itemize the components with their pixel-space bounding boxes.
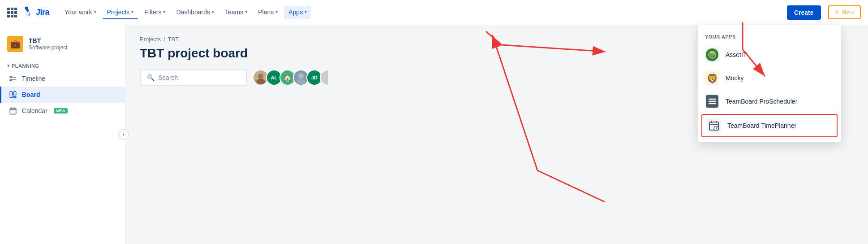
svg-point-22 [710, 53, 714, 57]
project-header: 💼 TBT Software project [0, 32, 125, 59]
search-box[interactable]: 🔍 Search [140, 70, 247, 86]
nav-item-projects[interactable]: Projects ▾ [103, 6, 138, 19]
sidebar: 💼 TBT Software project ▾ PLANNING Timeli… [0, 25, 125, 244]
chevron-down-icon: ▾ [305, 9, 307, 14]
svg-point-17 [321, 70, 335, 85]
avatars-group: AL 🏠 JD [253, 70, 336, 86]
svg-rect-5 [14, 92, 16, 95]
grid-menu-icon[interactable] [7, 8, 17, 17]
chevron-down-icon: ▾ [245, 9, 247, 14]
project-type: Software project [29, 44, 68, 51]
svg-point-15 [298, 73, 304, 78]
dropdown-section-label: YOUR APPS [698, 32, 841, 43]
nav-item-apps[interactable]: Apps ▾ [284, 6, 311, 19]
no-updates-button[interactable]: ⚠ No u [828, 5, 861, 19]
chevron-icon: ▾ [7, 63, 10, 69]
nav-item-your-work[interactable]: Your work ▾ [60, 6, 101, 19]
teamboard-pro-label: TeamBoard ProScheduler [726, 98, 797, 105]
planning-section-label: ▾ PLANNING [0, 59, 125, 70]
chevron-down-icon: ▾ [163, 9, 165, 14]
sidebar-item-calendar[interactable]: Calendar NEW [0, 103, 125, 119]
project-icon: 💼 [7, 36, 23, 52]
dropdown-item-teamboard-time[interactable]: TeamBoard TimePlanner [701, 114, 838, 137]
nav-item-teams[interactable]: Teams ▾ [220, 6, 252, 19]
search-icon: 🔍 [147, 74, 155, 81]
calendar-icon [9, 106, 17, 115]
nav-item-plans[interactable]: Plans ▾ [254, 6, 282, 19]
new-badge: NEW [54, 108, 68, 113]
apps-dropdown: YOUR APPS 📦 AssetIT 🦁 Mocky [698, 25, 841, 142]
svg-point-12 [258, 74, 263, 79]
jira-logo[interactable]: Jira [22, 6, 49, 19]
dropdown-item-mocky[interactable]: 🦁 Mocky [698, 66, 841, 90]
jira-logo-icon [22, 6, 32, 19]
assetit-icon: 📦 [705, 48, 719, 62]
warning-icon: ⚠ [834, 9, 840, 16]
dropdown-item-assetit[interactable]: 📦 AssetIT [698, 43, 841, 66]
chevron-down-icon: ▾ [275, 9, 278, 14]
teamboard-time-icon [707, 118, 721, 133]
mocky-icon: 🦁 [705, 71, 719, 85]
svg-text:🦁: 🦁 [707, 73, 718, 84]
timeline-icon [9, 74, 17, 83]
sidebar-collapse-button[interactable]: ‹ [118, 129, 129, 140]
svg-rect-4 [10, 92, 12, 98]
search-placeholder: Search [158, 74, 178, 81]
svg-point-16 [296, 79, 305, 84]
project-info: TBT Software project [29, 37, 68, 51]
dropdown-item-teamboard-pro[interactable]: TeamBoard ProScheduler [698, 90, 841, 113]
nav-right: ⚠ No u [828, 5, 861, 19]
jira-logo-text: Jira [36, 8, 49, 17]
top-nav: Jira Your work ▾ Projects ▾ Filters ▾ Da… [0, 0, 868, 25]
svg-rect-7 [10, 108, 16, 114]
nav-items: Your work ▾ Projects ▾ Filters ▾ Dashboa… [60, 6, 783, 19]
nav-item-dashboards[interactable]: Dashboards ▾ [172, 6, 219, 19]
project-name: TBT [29, 37, 68, 44]
avatar-6[interactable] [320, 70, 336, 86]
svg-point-13 [256, 79, 265, 84]
sidebar-item-board[interactable]: Board [0, 87, 125, 103]
chevron-down-icon: ▾ [131, 9, 133, 14]
svg-rect-1 [10, 79, 11, 81]
svg-rect-6 [14, 96, 16, 98]
board-icon [9, 90, 17, 99]
sidebar-item-timeline[interactable]: Timeline [0, 70, 125, 87]
chevron-down-icon: ▾ [212, 9, 214, 14]
assetit-label: AssetIT [726, 51, 747, 58]
svg-rect-0 [10, 77, 11, 78]
nav-item-filters[interactable]: Filters ▾ [140, 6, 170, 19]
chevron-down-icon: ▾ [94, 9, 96, 14]
teamboard-time-label: TeamBoard TimePlanner [727, 122, 796, 129]
create-button[interactable]: Create [787, 5, 821, 20]
teamboard-pro-icon [705, 94, 719, 109]
mocky-label: Mocky [726, 74, 743, 82]
